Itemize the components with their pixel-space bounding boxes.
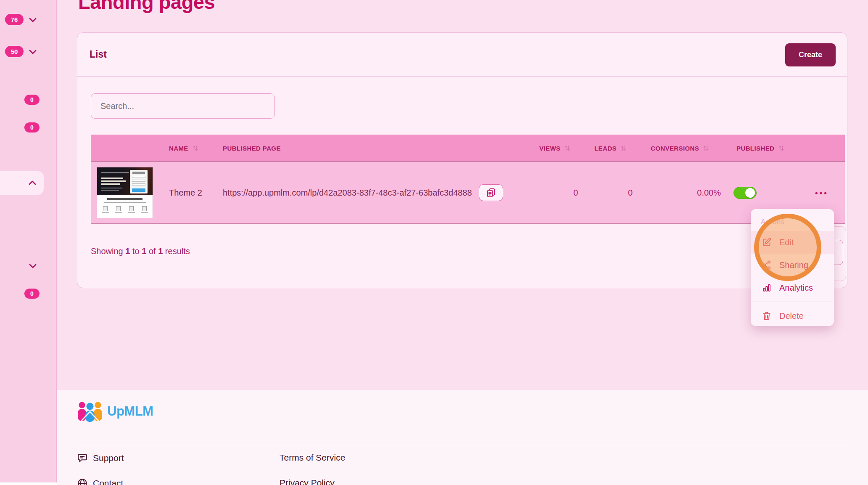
copy-url-button[interactable]: [479, 184, 503, 201]
upmlm-logo-icon: [77, 401, 103, 422]
row-menu-ellipsis-button[interactable]: •••: [815, 189, 828, 197]
landing-page-thumbnail[interactable]: [97, 167, 153, 218]
chevron-down-icon[interactable]: [27, 260, 39, 272]
edit-icon: [762, 237, 772, 247]
results-summary: Showing 1 to 1 of 1 results: [91, 246, 190, 256]
published-page-cell: https://app.upmlm.com/lp/d42a2083-83f7-4…: [217, 184, 525, 201]
table-header-row: NAME PUBLISHED PAGE VIEWS LEADS CONVERSI…: [91, 135, 845, 162]
column-header-leads[interactable]: LEADS: [584, 145, 639, 152]
footer-link-terms[interactable]: Terms of Service: [280, 453, 345, 463]
menu-item-analytics[interactable]: Analytics: [751, 276, 834, 299]
thumbnail-form: [130, 170, 148, 193]
published-cell: [727, 187, 799, 199]
sidebar-badge: 76: [5, 14, 24, 25]
name-cell: Theme 2: [162, 188, 217, 198]
footer-link-privacy[interactable]: Privacy Policy: [280, 478, 335, 485]
column-header-conversions[interactable]: CONVERSIONS: [639, 145, 727, 152]
actions-menu-header: Actions: [751, 215, 834, 231]
chevron-up-icon: [26, 177, 38, 189]
thumbnail-lower-section: [97, 195, 153, 218]
actions-cell: •••: [799, 189, 845, 197]
sort-icon[interactable]: [564, 145, 571, 152]
copy-icon: [485, 187, 496, 198]
page-title: Landing pages: [78, 0, 215, 13]
sort-icon[interactable]: [702, 145, 710, 152]
sort-icon[interactable]: [778, 145, 785, 152]
column-header-views[interactable]: VIEWS: [525, 145, 584, 152]
toggle-knob: [745, 188, 755, 198]
brand-logo[interactable]: UpMLM: [77, 401, 153, 422]
sidebar-badge: 0: [24, 289, 40, 299]
sidebar-badge: 0: [24, 122, 40, 133]
footer-divider: [77, 446, 847, 446]
leads-cell: 0: [584, 188, 639, 198]
footer: [57, 390, 868, 485]
chat-icon: [77, 453, 88, 464]
card-header-divider: [77, 76, 847, 77]
column-header-published-page[interactable]: PUBLISHED PAGE: [217, 145, 525, 152]
search-input[interactable]: [91, 93, 275, 119]
sidebar-badge: 0: [24, 95, 40, 105]
footer-link-support[interactable]: Support: [77, 453, 124, 464]
sort-icon[interactable]: [192, 145, 199, 152]
menu-item-delete[interactable]: Delete: [751, 305, 834, 327]
share-icon: [762, 260, 772, 270]
create-button[interactable]: Create: [785, 43, 836, 66]
published-page-url: https://app.upmlm.com/lp/d42a2083-83f7-4…: [223, 188, 472, 198]
chevron-down-icon[interactable]: [27, 46, 39, 58]
conversions-cell: 0.00%: [639, 188, 727, 198]
table-row[interactable]: Theme 2 https://app.upmlm.com/lp/d42a208…: [91, 162, 845, 224]
thumbnail-cell: [91, 167, 162, 218]
footer-link-contact[interactable]: Contact: [77, 478, 123, 485]
column-header-published[interactable]: PUBLISHED: [727, 145, 799, 152]
landing-pages-table: NAME PUBLISHED PAGE VIEWS LEADS CONVERSI…: [91, 135, 845, 224]
trash-icon: [762, 311, 772, 321]
sort-icon[interactable]: [620, 145, 627, 152]
views-cell: 0: [525, 188, 584, 198]
analytics-icon: [762, 283, 772, 293]
actions-dropdown-menu: Actions Edit Sharing Analytics: [751, 209, 834, 326]
menu-item-sharing[interactable]: Sharing: [751, 254, 834, 276]
menu-item-edit[interactable]: Edit: [751, 231, 834, 254]
sidebar: 76 50 0 0 0: [0, 0, 57, 482]
published-toggle[interactable]: [733, 187, 757, 199]
globe-icon: [77, 478, 88, 485]
card-title: List: [90, 49, 107, 60]
column-header-name[interactable]: NAME: [162, 145, 217, 152]
sidebar-badge: 50: [5, 46, 24, 57]
sidebar-item-active[interactable]: [0, 171, 44, 195]
menu-divider: [751, 302, 834, 302]
brand-name: UpMLM: [107, 404, 153, 419]
thumbnail-hero: [97, 167, 153, 195]
chevron-down-icon[interactable]: [27, 14, 39, 26]
